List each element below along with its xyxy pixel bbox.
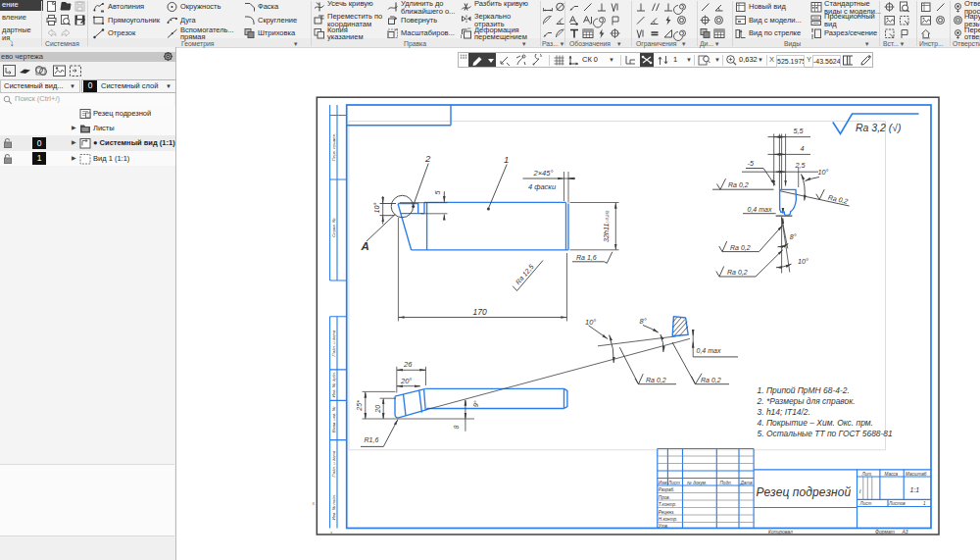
svg-text:Справ. №: Справ. №	[331, 218, 336, 237]
svg-text:8°: 8°	[790, 232, 797, 241]
svg-text:Инв. № дубл.: Инв. № дубл.	[331, 372, 336, 397]
svg-text:Масштаб: Масштаб	[906, 472, 927, 477]
svg-text:Дата: Дата	[740, 481, 754, 485]
svg-text:2: 2	[424, 153, 431, 164]
svg-text:10°: 10°	[798, 257, 808, 266]
svg-text:25*: 25*	[356, 400, 363, 412]
svg-text:9°: 9°	[472, 400, 480, 408]
svg-text:1:1: 1:1	[910, 486, 920, 493]
svg-text:2×45°: 2×45°	[533, 169, 554, 178]
svg-text:2,5: 2,5	[795, 161, 807, 170]
svg-text:3. h14; IT14/2.: 3. h14; IT14/2.	[758, 407, 810, 417]
svg-text:5. Остальные ТТ по ГОСТ 5688-8: 5. Остальные ТТ по ГОСТ 5688-81	[758, 429, 893, 438]
svg-text:10°: 10°	[818, 168, 829, 177]
svg-text:№ докум.: № докум.	[687, 481, 707, 485]
svg-text:4: 4	[801, 144, 805, 153]
svg-text:1: 1	[923, 501, 926, 506]
svg-text:Пров.: Пров.	[659, 495, 670, 500]
svg-text:1. Припой ПрМН 68-4-2.: 1. Припой ПрМН 68-4-2.	[758, 385, 850, 395]
svg-text:5,5: 5,5	[794, 127, 805, 135]
svg-text:А: А	[361, 240, 369, 252]
svg-text:0,4 max: 0,4 max	[697, 347, 721, 354]
svg-text:Лист: Лист	[667, 481, 680, 485]
svg-text:Ra 0,2: Ra 0,2	[646, 377, 666, 383]
svg-text:Реценз.: Реценз.	[659, 510, 675, 515]
svg-text:Ra 0,2: Ra 0,2	[730, 244, 751, 251]
svg-text:Взам. инв. №: Взам. инв. №	[331, 406, 336, 433]
svg-text:Изм.: Изм.	[659, 481, 668, 485]
svg-text:Подп. и дата: Подп. и дата	[331, 330, 336, 357]
svg-text:170: 170	[473, 307, 487, 317]
svg-text:Ra 0,2: Ra 0,2	[728, 181, 749, 188]
svg-text:А3: А3	[902, 529, 908, 535]
svg-text:26: 26	[403, 360, 413, 369]
svg-text:8°: 8°	[640, 317, 647, 326]
svg-text:Подп.: Подп.	[720, 481, 732, 485]
svg-text:8: 8	[453, 425, 460, 429]
svg-text:Перв. примен.: Перв. примен.	[331, 133, 336, 162]
svg-text:20: 20	[374, 405, 381, 414]
svg-text:20°: 20°	[400, 377, 412, 385]
svg-text:Разраб.: Разраб.	[659, 487, 675, 492]
svg-text:Лит.: Лит.	[861, 472, 873, 477]
svg-text:Ra 0,2: Ra 0,2	[701, 377, 721, 383]
svg-text:10°: 10°	[372, 202, 381, 213]
svg-text:Ra 1,6: Ra 1,6	[576, 254, 597, 261]
svg-text:x: x	[313, 500, 316, 506]
svg-text:-5: -5	[748, 159, 755, 168]
svg-text:Т.контр.: Т.контр.	[659, 502, 677, 507]
svg-text:Утв.: Утв.	[659, 524, 668, 529]
svg-text:R1,6: R1,6	[365, 436, 379, 443]
svg-text:2. *Размеры для справок.: 2. *Размеры для справок.	[757, 396, 856, 406]
svg-text:Резец подрезной: Резец подрезной	[757, 485, 852, 499]
svg-text:Формат: Формат	[875, 529, 895, 535]
svg-text:4 фаски: 4 фаски	[528, 182, 557, 191]
svg-text:1: 1	[504, 154, 509, 165]
svg-text:Листов: Листов	[888, 501, 906, 506]
svg-text:4. Покрытие – Хим. Окс. прм.: 4. Покрытие – Хим. Окс. прм.	[758, 418, 873, 428]
svg-text:Масса: Масса	[885, 472, 899, 477]
svg-text:Подп. и дата: Подп. и дата	[331, 450, 336, 478]
svg-text:Лист: Лист	[859, 501, 872, 506]
svg-text:Ra 0,2: Ra 0,2	[727, 269, 748, 276]
svg-text:Инв. № подл.: Инв. № подл.	[331, 494, 336, 521]
svg-text:Копировал: Копировал	[768, 529, 793, 535]
svg-text:Н.контр.: Н.контр.	[659, 517, 677, 522]
svg-text:10°: 10°	[585, 318, 596, 327]
svg-text:0,4 max: 0,4 max	[748, 206, 772, 213]
svg-text:Ra 3,2 (√): Ra 3,2 (√)	[856, 122, 902, 133]
